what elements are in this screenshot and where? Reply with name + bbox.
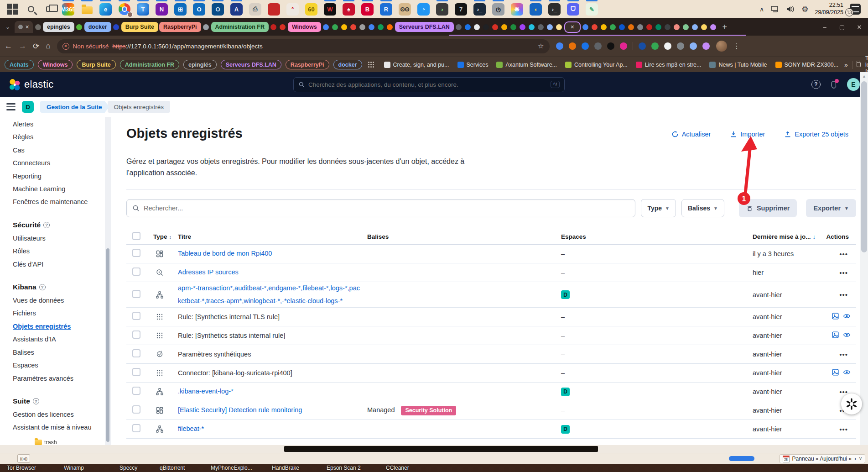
bookmark-link[interactable]: Create, sign, and pu... [384, 62, 449, 68]
browser-tab[interactable] [691, 21, 699, 32]
row-checkbox[interactable] [132, 387, 140, 395]
taskbar-pin-sixty-app[interactable]: 60 [302, 0, 321, 18]
sidebar-item-param-tres-avanc-s[interactable]: Paramètres avancés [13, 372, 105, 385]
export-all-button[interactable]: Exporter 25 objets [784, 131, 848, 138]
browser-tab[interactable] [582, 21, 590, 32]
help-icon[interactable]: ? [811, 80, 821, 89]
taskbar-pin-search[interactable] [21, 0, 40, 18]
sidebar-item-vues-de-donn-es[interactable]: Vues de données [13, 294, 105, 307]
view-relationships-icon[interactable] [843, 368, 851, 378]
bookmark-link[interactable]: Services [457, 62, 489, 68]
bookmark-link[interactable]: Axantum Software... [496, 62, 557, 68]
sidebar-item-espaces[interactable]: Espaces [13, 359, 105, 372]
sidebar-item-reporting[interactable]: Reporting [13, 170, 105, 183]
netspeed-widget[interactable]: ((ο)) [17, 454, 30, 463]
browser-tab[interactable] [682, 21, 690, 32]
browser-tab[interactable] [664, 21, 672, 32]
browser-tab[interactable] [537, 21, 545, 32]
browser-tab[interactable] [464, 21, 472, 32]
browser-tab[interactable] [700, 21, 708, 32]
space-badge-default[interactable]: D [561, 290, 570, 299]
taskbar-pin-notes-editor[interactable]: ✎ [582, 0, 601, 18]
browser-tab[interactable] [359, 21, 367, 32]
col-type[interactable]: Type↕ [147, 233, 172, 240]
row-checkbox[interactable] [132, 368, 140, 376]
taskbar-pin-mb-app[interactable]: ° [283, 0, 302, 18]
bookmark-group-burp-suite[interactable]: Burp Suite [77, 60, 115, 69]
browser-tab[interactable] [455, 21, 463, 32]
taskbar-pin-copilot[interactable]: ❋ [508, 0, 526, 18]
bookmark-link[interactable]: News | Tuto Mobile [709, 62, 767, 68]
forward-icon[interactable]: → [19, 42, 26, 51]
taskbar-pin-hotspot-shield[interactable]: ◔ [414, 0, 433, 18]
url-field[interactable]: ✕ Non sécurisé https://127.0.0.1:5601/ap… [57, 39, 550, 53]
row-checkbox[interactable] [132, 405, 140, 414]
export-selected-button[interactable]: Exporter▼ [806, 199, 856, 217]
desktop-icon-label[interactable]: Speccy [120, 465, 137, 471]
extension-icon[interactable] [620, 42, 627, 50]
extension-icon[interactable] [702, 42, 710, 50]
object-title-link[interactable]: Tableau de bord de mon Rpi400 [178, 250, 272, 257]
taskbar-pin-sevenzip[interactable]: 7 [452, 0, 470, 18]
maximize-button[interactable]: ▢ [833, 18, 851, 36]
sidebar-item-objets-enregistr-s[interactable]: Objets enregistrés [13, 320, 105, 333]
browser-tab[interactable] [528, 21, 536, 32]
taskbar-pin-outlook-new[interactable]: O [208, 0, 227, 18]
browser-tab[interactable] [322, 21, 330, 32]
bookmark-group-serveurs-dfs-lan[interactable]: Serveurs DFS.LAN [221, 60, 281, 69]
browser-tab[interactable] [609, 21, 617, 32]
browser-tab[interactable] [279, 21, 287, 32]
taskbar-pin-winamax[interactable]: W [321, 0, 339, 18]
sidebar-item-gestion-des-licences[interactable]: Gestion des licences [13, 408, 105, 421]
taskbar-pin-start[interactable] [3, 0, 21, 18]
extension-icon[interactable] [664, 42, 671, 50]
browser-tab[interactable] [491, 21, 499, 32]
taskbar-pin-thunderbird[interactable]: T [134, 0, 152, 18]
browser-tab[interactable] [270, 21, 278, 32]
bookmark-link[interactable]: Controlling Your Ap... [565, 62, 628, 68]
tab-group-raspberrypi[interactable]: RaspberryPi [159, 22, 201, 32]
close-button[interactable]: ✕ [851, 18, 868, 36]
sidebar-item-cas[interactable]: Cas [13, 144, 105, 157]
browser-tab[interactable] [349, 21, 358, 32]
bookmark-group-docker[interactable]: docker [333, 60, 362, 69]
browser-tab[interactable] [627, 21, 635, 32]
extension-icon[interactable] [651, 42, 659, 50]
taskbar-pin-clock-app[interactable]: ◷ [489, 0, 508, 18]
inspect-action-icon[interactable] [832, 312, 839, 322]
trash-folder-shortcut[interactable]: trash [35, 439, 57, 446]
row-checkbox[interactable] [132, 267, 140, 276]
browser-tab[interactable] [655, 21, 663, 32]
all-bookmarks[interactable]: Tous les favoris [852, 55, 868, 74]
back-icon[interactable]: ← [5, 42, 12, 51]
desktop-icon-label[interactable]: Epson Scan 2 [327, 465, 361, 471]
row-actions-menu-icon[interactable]: ••• [829, 291, 856, 299]
space-badge-default[interactable]: D [561, 388, 570, 396]
objects-search-input[interactable] [144, 205, 629, 212]
browser-tab[interactable] [377, 21, 385, 32]
browser-tab[interactable] [709, 21, 717, 32]
taskbar-pin-task-view[interactable] [40, 0, 59, 18]
sidebar-item-assistant-de-mise-niveau[interactable]: Assistant de mise à niveau [13, 421, 105, 434]
volume-icon[interactable] [786, 5, 795, 13]
scrollbar-thumb[interactable] [284, 446, 598, 452]
col-updated[interactable]: Dernière mise à jo...↓ [747, 233, 829, 240]
browser-tab[interactable] [34, 21, 42, 32]
taskbar-pin-copilot-m365[interactable]: M365 [59, 0, 78, 18]
inspect-action-icon[interactable] [832, 331, 839, 341]
taskbar-pin-betclic[interactable]: B [358, 0, 377, 18]
sidebar-scrollbar[interactable] [105, 117, 111, 445]
browser-tab[interactable] [473, 21, 481, 32]
taskbar-pin-fax-scan[interactable]: ⎙ [246, 0, 265, 18]
browser-tab[interactable] [368, 21, 376, 32]
browser-tab[interactable] [636, 21, 645, 32]
sidebar-item-r-gles[interactable]: Règles [13, 131, 105, 143]
notification-center-icon[interactable]: 13 [850, 4, 861, 15]
row-actions-menu-icon[interactable]: ••• [829, 351, 856, 358]
apps-grid-icon[interactable] [368, 62, 374, 68]
extension-icon[interactable] [639, 42, 646, 50]
browser-tab[interactable] [482, 21, 490, 32]
desktop-icon-label[interactable]: CCleaner [386, 465, 409, 471]
today-panel-widget[interactable]: 28 Panneau « Aujourd'hui » › ˅ [780, 454, 865, 463]
browser-tab[interactable] [645, 21, 654, 32]
